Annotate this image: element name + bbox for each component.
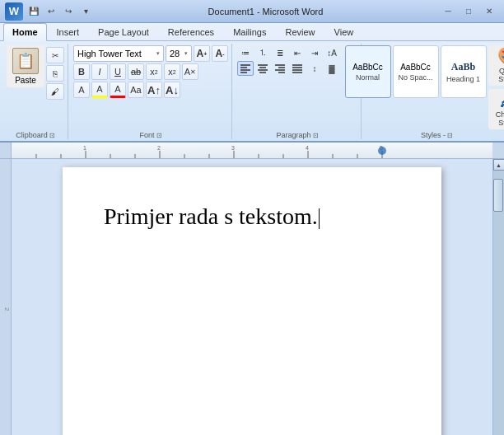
shading-button[interactable]: ▓ bbox=[324, 61, 340, 76]
tab-home[interactable]: Home bbox=[3, 23, 47, 41]
ruler-area: 1 2 3 4 5 bbox=[0, 143, 504, 159]
document-page[interactable]: Primjer rada s tekstom. bbox=[63, 167, 441, 435]
paste-button[interactable]: 📋 Paste bbox=[7, 45, 44, 87]
strikethrough-button[interactable]: ab bbox=[128, 63, 144, 80]
line-spacing-button[interactable]: ↕ bbox=[306, 61, 323, 76]
title-bar-left: W 💾 ↩ ↪ ▾ bbox=[5, 2, 93, 21]
svg-text:2: 2 bbox=[157, 145, 161, 151]
paragraph-group: ≔ ⒈ ≣ ⇤ ⇥ ↕A ¶ bbox=[234, 44, 362, 139]
increase-indent-button[interactable]: ⇥ bbox=[306, 45, 323, 60]
redo-button[interactable]: ↪ bbox=[61, 4, 76, 19]
superscript-button[interactable]: x2 bbox=[164, 63, 180, 80]
svg-point-38 bbox=[378, 147, 386, 155]
font-grow-button[interactable]: A↑ bbox=[146, 82, 162, 98]
shrink-font-button[interactable]: A- bbox=[212, 45, 228, 62]
tab-review[interactable]: Review bbox=[276, 23, 324, 40]
dropdown-button[interactable]: ▾ bbox=[78, 4, 93, 19]
clipboard-dialog-launcher[interactable]: ⊡ bbox=[49, 132, 55, 139]
font-size-dropdown[interactable]: 28 ▾ bbox=[166, 45, 192, 62]
style-normal[interactable]: AaBbCc Normal bbox=[345, 45, 391, 98]
style-heading1[interactable]: AaBb Heading 1 bbox=[441, 45, 487, 98]
font-group-body: High Tower Text ▾ 28 ▾ A+ A- B I U ab x2 bbox=[73, 45, 228, 129]
font-format-row: B I U ab x2 x2 A✕ bbox=[73, 63, 198, 80]
tab-page-layout[interactable]: Page Layout bbox=[89, 23, 158, 40]
document-content[interactable]: Primjer rada s tekstom. bbox=[104, 200, 400, 232]
multilevel-button[interactable]: ≣ bbox=[272, 45, 288, 60]
minimize-button[interactable]: ─ bbox=[438, 4, 458, 19]
italic-button[interactable]: I bbox=[91, 63, 108, 80]
format-painter-button[interactable]: 🖌 bbox=[46, 83, 64, 100]
styles-gallery: AaBbCc Normal AaBbCc No Spac... AaBb Hea… bbox=[345, 45, 487, 98]
paragraph-dialog-launcher[interactable]: ⊡ bbox=[313, 132, 319, 139]
scroll-thumb[interactable] bbox=[493, 179, 503, 212]
quick-styles-button[interactable]: 🎨 Quick Styles bbox=[488, 45, 505, 86]
font-dialog-launcher[interactable]: ⊡ bbox=[156, 132, 162, 139]
ruler-side-right bbox=[492, 143, 504, 158]
paste-label: Paste bbox=[15, 76, 36, 85]
underline-button[interactable]: U bbox=[110, 63, 126, 80]
font-group: High Tower Text ▾ 28 ▾ A+ A- B I U ab x2 bbox=[70, 44, 232, 139]
ribbon-content: 📋 Paste ✂ ⎘ 🖌 Clipboard ⊡ bbox=[0, 41, 504, 141]
window-title: Document1 - Microsoft Word bbox=[93, 7, 438, 16]
sort-button[interactable]: ↕A bbox=[324, 45, 340, 60]
grow-font-button[interactable]: A+ bbox=[194, 45, 210, 62]
tab-view[interactable]: View bbox=[325, 23, 363, 40]
vertical-scrollbar[interactable]: ▲ ▼ bbox=[492, 159, 504, 435]
paragraph-row1: ≔ ⒈ ≣ ⇤ ⇥ ↕A ¶ bbox=[237, 45, 357, 60]
window-controls: ─ □ ✕ bbox=[438, 4, 499, 19]
copy-button[interactable]: ⎘ bbox=[46, 65, 64, 82]
change-styles-button[interactable]: 🖊 ChangeStyles bbox=[488, 89, 505, 129]
ribbon-tabs: Home Insert Page Layout References Maili… bbox=[0, 23, 504, 41]
clipboard-label: Clipboard ⊡ bbox=[16, 129, 55, 139]
maximize-button[interactable]: □ bbox=[459, 4, 478, 19]
page-number-indicator: 2 bbox=[0, 159, 11, 435]
bullets-button[interactable]: ≔ bbox=[237, 45, 254, 60]
styles-dialog-launcher[interactable]: ⊡ bbox=[447, 132, 453, 139]
cut-button[interactable]: ✂ bbox=[46, 47, 64, 63]
scroll-track[interactable] bbox=[493, 171, 504, 435]
font-dropdown-arrow: ▾ bbox=[156, 50, 160, 57]
scroll-up-button[interactable]: ▲ bbox=[493, 159, 505, 171]
title-bar: W 💾 ↩ ↪ ▾ Document1 - Microsoft Word ─ □… bbox=[0, 0, 504, 23]
decrease-indent-button[interactable]: ⇤ bbox=[289, 45, 306, 60]
save-button[interactable]: 💾 bbox=[26, 4, 41, 19]
clipboard-group: 📋 Paste ✂ ⎘ 🖌 Clipboard ⊡ bbox=[3, 44, 68, 139]
justify-button[interactable] bbox=[289, 61, 306, 76]
font-color-row: A A A Aa A↑ A↓ bbox=[73, 82, 180, 98]
tab-insert[interactable]: Insert bbox=[48, 23, 89, 40]
horizontal-ruler: 1 2 3 4 5 bbox=[12, 143, 492, 158]
align-right-button[interactable] bbox=[272, 61, 288, 76]
clipboard-small-buttons: ✂ ⎘ 🖌 bbox=[46, 45, 64, 100]
clear-format-button[interactable]: A✕ bbox=[182, 63, 198, 80]
bold-button[interactable]: B bbox=[73, 63, 90, 80]
styles-group: AaBbCc Normal AaBbCc No Spac... AaBb Hea… bbox=[363, 44, 504, 139]
text-effects-button[interactable]: A bbox=[73, 82, 90, 98]
numbering-button[interactable]: ⒈ bbox=[254, 45, 271, 60]
text-highlight-button[interactable]: A bbox=[91, 82, 108, 98]
quick-styles-icon: 🎨 bbox=[497, 48, 504, 66]
main-area: 2 Primjer rada s tekstom. ▲ ▼ bbox=[0, 159, 504, 435]
document-area[interactable]: Primjer rada s tekstom. bbox=[12, 159, 492, 435]
styles-group-body: AaBbCc Normal AaBbCc No Spac... AaBb Hea… bbox=[345, 45, 505, 129]
tab-mailings[interactable]: Mailings bbox=[224, 23, 275, 40]
font-name-dropdown[interactable]: High Tower Text ▾ bbox=[73, 45, 164, 62]
styles-actions: 🎨 Quick Styles 🖊 ChangeStyles bbox=[488, 45, 505, 129]
change-case-button[interactable]: Aa bbox=[128, 82, 144, 98]
tab-references[interactable]: References bbox=[159, 23, 223, 40]
left-margin: 2 bbox=[0, 159, 12, 435]
font-shrink-button[interactable]: A↓ bbox=[164, 82, 180, 98]
paragraph-group-label: Paragraph ⊡ bbox=[276, 129, 318, 139]
ruler-svg: 1 2 3 4 5 bbox=[12, 143, 492, 158]
undo-button[interactable]: ↩ bbox=[44, 4, 58, 19]
text-cursor bbox=[319, 208, 320, 229]
style-no-spacing[interactable]: AaBbCc No Spac... bbox=[393, 45, 439, 98]
font-name-row: High Tower Text ▾ 28 ▾ A+ A- bbox=[73, 45, 228, 62]
align-center-button[interactable] bbox=[254, 61, 271, 76]
align-left-button[interactable] bbox=[237, 61, 254, 76]
subscript-button[interactable]: x2 bbox=[146, 63, 162, 80]
change-styles-icon: 🖊 bbox=[500, 91, 505, 110]
styles-group-label: Styles - ⊡ bbox=[421, 129, 453, 139]
document-text: Primjer rada s tekstom. bbox=[104, 203, 318, 229]
font-color-button[interactable]: A bbox=[110, 82, 126, 98]
close-button[interactable]: ✕ bbox=[479, 4, 499, 19]
